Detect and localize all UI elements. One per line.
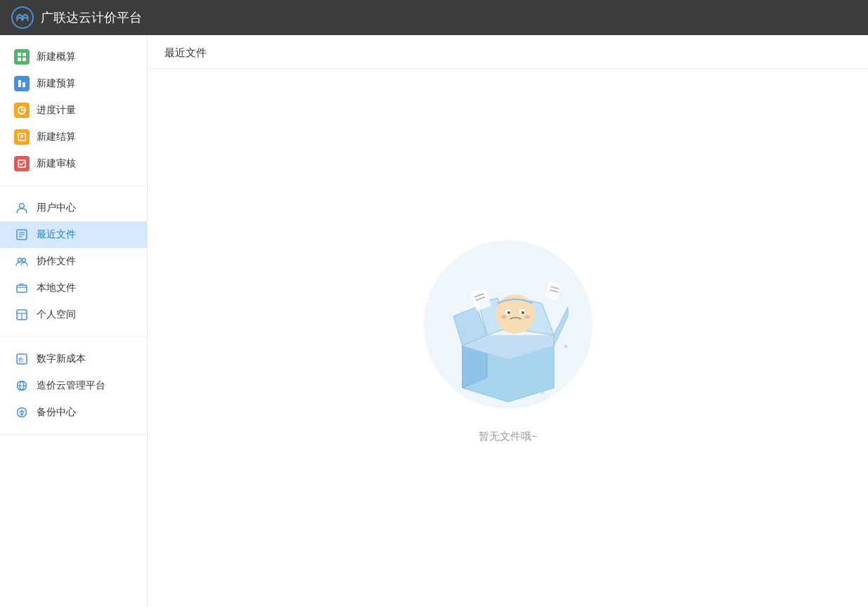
svg-point-43 <box>524 315 530 318</box>
empty-illustration: ✦ ✦ ✦ <box>417 233 600 416</box>
collab-files-icon <box>14 254 30 269</box>
svg-point-18 <box>18 259 22 262</box>
new-budget-label: 新建预算 <box>37 77 76 90</box>
svg-point-40 <box>507 311 510 314</box>
main-layout: 新建概算 新建预算 进度计量 新建结算 <box>0 35 868 607</box>
svg-rect-3 <box>18 58 21 61</box>
svg-rect-6 <box>22 82 25 87</box>
empty-state-text: 暂无文件哦~ <box>479 430 538 443</box>
digital-cost-label: 数字新成本 <box>37 353 86 365</box>
progress-measure-icon <box>14 103 30 118</box>
sidebar-item-new-budget[interactable]: 新建预算 <box>0 70 147 97</box>
sidebar: 新建概算 新建预算 进度计量 新建结算 <box>0 35 148 607</box>
content-body: ✦ ✦ ✦ 暂无文件哦~ <box>148 69 868 607</box>
svg-text:数: 数 <box>18 357 24 363</box>
digital-cost-icon: 数 <box>14 351 30 367</box>
sidebar-item-backup-center[interactable]: 备份中心 <box>0 399 147 426</box>
sidebar-item-progress-measure[interactable]: 进度计量 <box>0 97 147 124</box>
svg-text:✦: ✦ <box>459 327 466 337</box>
content-area: 最近文件 <box>148 35 868 607</box>
personal-space-icon <box>14 307 30 322</box>
local-files-icon <box>14 280 30 296</box>
new-settlement-label: 新建结算 <box>37 131 76 143</box>
sidebar-item-recent-files[interactable]: 最近文件 <box>0 221 147 248</box>
svg-point-42 <box>501 315 507 318</box>
svg-rect-20 <box>17 285 27 292</box>
svg-point-37 <box>495 294 535 334</box>
sidebar-item-new-estimate[interactable]: 新建概算 <box>0 44 147 70</box>
sidebar-item-personal-space[interactable]: 个人空间 <box>0 301 147 328</box>
svg-rect-5 <box>18 80 21 87</box>
svg-rect-1 <box>18 53 21 56</box>
svg-rect-4 <box>22 58 26 61</box>
sidebar-item-collab-files[interactable]: 协作文件 <box>0 248 147 275</box>
manage-platform-label: 造价云管理平台 <box>37 379 105 392</box>
sidebar-item-new-audit[interactable]: 新建审核 <box>0 150 147 177</box>
recent-files-label: 最近文件 <box>37 228 76 241</box>
backup-center-icon <box>14 405 30 420</box>
progress-measure-label: 进度计量 <box>37 104 76 117</box>
new-estimate-icon <box>14 49 30 65</box>
personal-space-label: 个人空间 <box>37 308 76 321</box>
sidebar-actions-section: 新建概算 新建预算 进度计量 新建结算 <box>0 35 147 186</box>
new-audit-icon <box>14 156 30 171</box>
collab-files-label: 协作文件 <box>37 255 76 268</box>
svg-text:✦: ✦ <box>563 343 569 351</box>
app-title: 广联达云计价平台 <box>41 9 142 26</box>
sidebar-item-user-center[interactable]: 用户中心 <box>0 195 147 221</box>
svg-text:✦: ✦ <box>540 389 545 396</box>
svg-point-41 <box>522 311 524 314</box>
new-audit-label: 新建审核 <box>37 157 76 170</box>
logo-icon <box>11 6 34 29</box>
user-center-icon <box>14 200 30 216</box>
new-budget-icon <box>14 76 30 91</box>
backup-center-label: 备份中心 <box>37 406 76 419</box>
sidebar-item-digital-cost[interactable]: 数 数字新成本 <box>0 346 147 372</box>
user-center-label: 用户中心 <box>37 202 76 214</box>
sidebar-nav-section: 用户中心 最近文件 协作文件 本地文件 <box>0 186 147 337</box>
svg-point-19 <box>22 259 26 262</box>
svg-rect-2 <box>22 53 26 56</box>
local-files-label: 本地文件 <box>37 282 76 294</box>
content-header: 最近文件 <box>148 35 868 69</box>
app-header: 广联达云计价平台 <box>0 0 868 35</box>
svg-point-13 <box>20 204 25 209</box>
new-estimate-label: 新建概算 <box>37 51 76 63</box>
content-title: 最近文件 <box>164 46 207 58</box>
sidebar-item-new-settlement[interactable]: 新建结算 <box>0 124 147 150</box>
sidebar-item-local-files[interactable]: 本地文件 <box>0 275 147 301</box>
sidebar-tools-section: 数 数字新成本 造价云管理平台 备份中心 <box>0 337 147 435</box>
recent-files-icon <box>14 227 30 242</box>
new-settlement-icon <box>14 129 30 145</box>
manage-platform-icon <box>14 378 30 393</box>
sidebar-item-manage-platform[interactable]: 造价云管理平台 <box>0 372 147 399</box>
